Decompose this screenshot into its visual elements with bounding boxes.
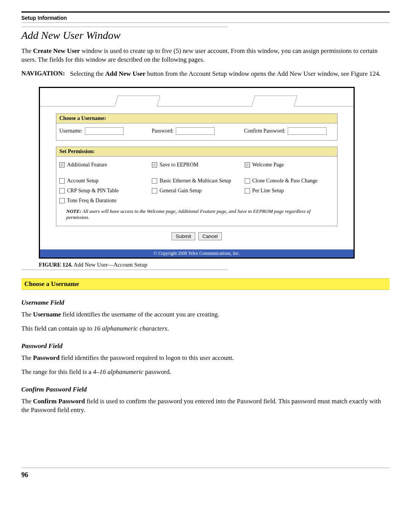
perm-label: CRP Setup & PIN Table bbox=[67, 188, 119, 194]
figure-number: FIGURE 124. bbox=[39, 262, 72, 268]
checkbox[interactable] bbox=[59, 178, 65, 184]
checkbox[interactable] bbox=[59, 198, 65, 203]
checkbox[interactable] bbox=[152, 178, 157, 184]
top-rule bbox=[21, 11, 390, 13]
perm-label: Clone Console & Pass Change bbox=[252, 178, 318, 184]
text: field identifies the username of the acc… bbox=[61, 311, 219, 318]
navigation-text: Selecting the Add New User button from t… bbox=[70, 70, 390, 78]
intro-paragraph: The Create New User window is used to cr… bbox=[21, 47, 390, 64]
note-label: NOTE: bbox=[66, 208, 81, 214]
username-label: Username: bbox=[59, 128, 83, 134]
perm-label: Save to EEPROM bbox=[159, 162, 198, 168]
text-bold: Add New User bbox=[105, 70, 146, 77]
text-bold: Confirm Password bbox=[33, 398, 85, 405]
paragraph: The range for this field is a 4–16 alpha… bbox=[21, 368, 390, 377]
figure-caption-text: Add New User—Account Setup bbox=[72, 262, 147, 268]
text: . bbox=[167, 325, 169, 332]
password-field-heading: Password Field bbox=[21, 342, 390, 350]
perm-label: Welcome Page bbox=[252, 162, 284, 168]
panel-heading: Set Permission: bbox=[56, 147, 337, 157]
copyright-bar: © Copyright 2008 Telex Communications, I… bbox=[40, 249, 354, 257]
perm-label: General Gain Setup bbox=[159, 188, 201, 194]
choose-username-panel: Choose a Username: Username: Password: bbox=[56, 113, 338, 141]
perm-label: Tone Freq & Durations bbox=[67, 198, 116, 204]
text: The bbox=[21, 354, 33, 361]
navigation-block: NAVIGATION: Selecting the Add New User b… bbox=[21, 70, 390, 78]
header-underline bbox=[21, 22, 390, 23]
checkbox[interactable] bbox=[245, 178, 250, 184]
tab-shape bbox=[252, 96, 297, 107]
paragraph: The Username field identifies the userna… bbox=[21, 310, 390, 319]
checkbox-disabled: ✓ bbox=[245, 162, 250, 168]
text: button from the Account Setup window ope… bbox=[145, 70, 381, 77]
figure-screenshot: Choose a Username: Username: Password: bbox=[39, 87, 355, 259]
footer-rule bbox=[21, 468, 390, 468]
confirm-password-label: Confirm Password: bbox=[244, 128, 285, 134]
text: Selecting the bbox=[70, 70, 105, 77]
text: The bbox=[21, 47, 33, 54]
submit-button[interactable]: Submit bbox=[172, 232, 195, 240]
checkbox[interactable] bbox=[245, 188, 250, 193]
header-section-label: Setup Information bbox=[21, 15, 390, 21]
text-bold: Create New User bbox=[33, 47, 80, 54]
text-italic: 4–16 alphanumeric bbox=[93, 368, 143, 375]
text-italic: 16 alphanumeric characters bbox=[94, 325, 167, 332]
username-input[interactable] bbox=[85, 127, 124, 135]
cancel-button[interactable]: Cancel bbox=[198, 232, 222, 240]
choose-username-band: Choose a Username bbox=[21, 278, 390, 290]
confirm-password-input[interactable] bbox=[288, 127, 327, 135]
note-text: All users will have access to the Welcom… bbox=[66, 208, 311, 220]
navigation-label: NAVIGATION: bbox=[21, 70, 70, 78]
perm-label: Basic Ethernet & Multicast Setup bbox=[159, 178, 231, 184]
figure-caption: FIGURE 124. Add New User—Account Setup bbox=[39, 262, 390, 268]
text: The range for this field is a bbox=[21, 368, 93, 375]
checkbox-disabled: ✓ bbox=[152, 162, 157, 168]
page-title: Add New User Window bbox=[21, 29, 390, 42]
paragraph: The Confirm Password field is used to co… bbox=[21, 397, 390, 415]
username-field-heading: Username Field bbox=[21, 299, 390, 307]
checkbox[interactable] bbox=[152, 188, 157, 193]
tab-row bbox=[40, 88, 354, 107]
section-rule bbox=[21, 27, 228, 27]
confirm-password-field-heading: Confirm Password Field bbox=[21, 386, 390, 393]
paragraph: The Password field identifies the passwo… bbox=[21, 354, 390, 363]
perm-label: Account Setup bbox=[67, 178, 99, 184]
panel-heading: Choose a Username: bbox=[56, 114, 337, 123]
text: password. bbox=[143, 368, 171, 375]
perm-label: Additional Feature bbox=[67, 162, 107, 168]
page-number: 96 bbox=[21, 471, 390, 479]
checkbox[interactable] bbox=[59, 188, 65, 193]
paragraph: This field can contain up to 16 alphanum… bbox=[21, 324, 390, 333]
text: The bbox=[21, 398, 33, 405]
password-input[interactable] bbox=[176, 127, 215, 135]
text: The bbox=[21, 311, 33, 318]
text-bold: Username bbox=[33, 311, 61, 318]
text: field identifies the password required t… bbox=[60, 354, 234, 361]
text-bold: Password bbox=[33, 354, 60, 361]
text: This field can contain up to bbox=[21, 325, 94, 332]
perm-label: Per Line Setup bbox=[252, 188, 284, 194]
password-label: Password: bbox=[152, 128, 174, 134]
permission-note: NOTE: All users will have access to the … bbox=[66, 208, 334, 220]
tab-shape bbox=[115, 96, 160, 107]
set-permission-panel: Set Permission: ✓Additional Feature ✓Sav… bbox=[56, 147, 338, 226]
checkbox-disabled: ✓ bbox=[59, 162, 65, 168]
section-rule bbox=[21, 270, 228, 270]
